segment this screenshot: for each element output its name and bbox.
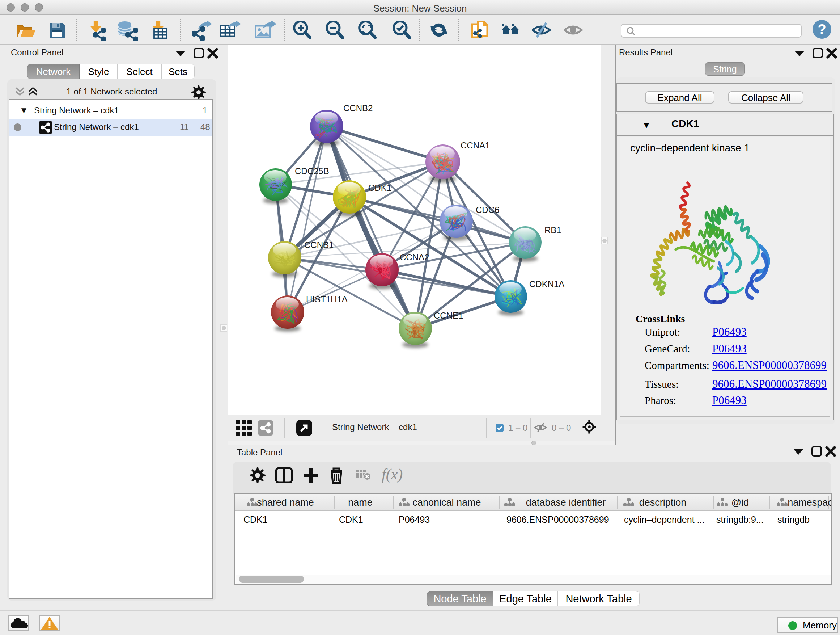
svg-text:CCNA2: CCNA2 [400, 252, 429, 262]
svg-text:CDK1: CDK1 [368, 183, 392, 193]
svg-text:CDC6: CDC6 [476, 205, 499, 215]
svg-text:CDC25B: CDC25B [295, 166, 329, 176]
svg-text:RB1: RB1 [545, 225, 561, 235]
svg-text:HIST1H1A: HIST1H1A [306, 295, 347, 304]
svg-text:CCNA1: CCNA1 [461, 141, 490, 150]
svg-text:CCNB1: CCNB1 [304, 240, 333, 250]
svg-text:?: ? [818, 22, 826, 37]
svg-text:CCNB2: CCNB2 [343, 103, 373, 113]
svg-text:CDKN1A: CDKN1A [529, 279, 564, 289]
svg-text:CCNE1: CCNE1 [434, 310, 463, 320]
